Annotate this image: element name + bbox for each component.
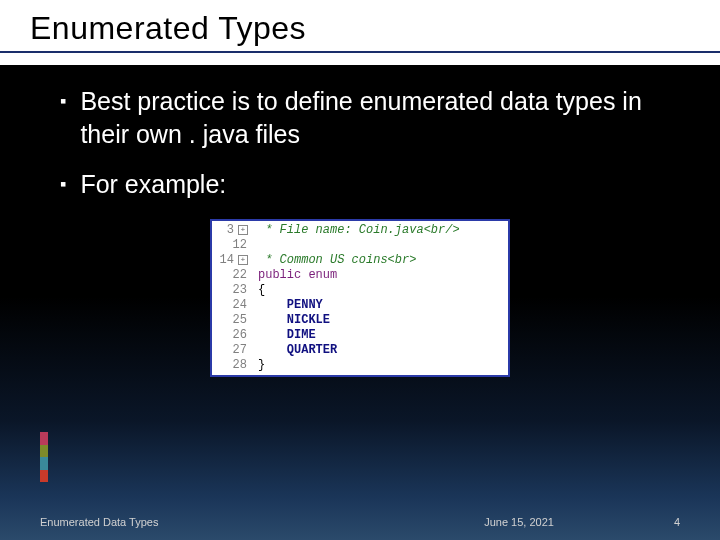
bullet-marker: ▪ [60,91,66,112]
bullet-item: ▪ For example: [60,168,660,201]
gutter-line: 26 [214,328,248,343]
footer-page-number: 4 [674,516,680,528]
code-line: NICKLE, [258,313,460,328]
gutter-line: 28 [214,358,248,373]
gutter-line: 23 [214,283,248,298]
code-line: DIME, [258,328,460,343]
gutter-line: 27 [214,343,248,358]
fold-expand-icon[interactable]: + [238,225,248,235]
footer-date: June 15, 2021 [158,516,673,528]
decorative-color-stripe [40,432,48,482]
code-line: * File name: Coin.java<br/> [258,223,460,238]
gutter-line: 24 [214,298,248,313]
slide-footer: Enumerated Data Types June 15, 2021 4 [0,516,720,528]
fold-expand-icon[interactable]: + [238,255,248,265]
title-band: Enumerated Types [0,0,720,65]
code-gutter: 3+1214+22232425262728 [212,221,252,375]
code-line: QUARTER [258,343,460,358]
gutter-line: 12 [214,238,248,253]
code-line [258,238,460,253]
footer-left: Enumerated Data Types [40,516,158,528]
code-snippet: 3+1214+22232425262728 * File name: Coin.… [210,219,510,377]
gutter-line: 22 [214,268,248,283]
gutter-line: 14+ [214,253,248,268]
code-line: { [258,283,460,298]
bullet-marker: ▪ [60,174,66,195]
code-line: public enum Coin [258,268,460,283]
title-underline [0,51,720,53]
gutter-line: 25 [214,313,248,328]
bullet-text: For example: [80,168,226,201]
code-line: } [258,358,460,373]
slide-body: ▪ Best practice is to define enumerated … [0,65,720,377]
code-body: * File name: Coin.java<br/> * Common US … [252,221,466,375]
bullet-item: ▪ Best practice is to define enumerated … [60,85,660,150]
code-line: * Common US coins<br> [258,253,460,268]
slide-title: Enumerated Types [30,10,690,47]
bullet-text: Best practice is to define enumerated da… [80,85,660,150]
code-line: PENNY, [258,298,460,313]
gutter-line: 3+ [214,223,248,238]
